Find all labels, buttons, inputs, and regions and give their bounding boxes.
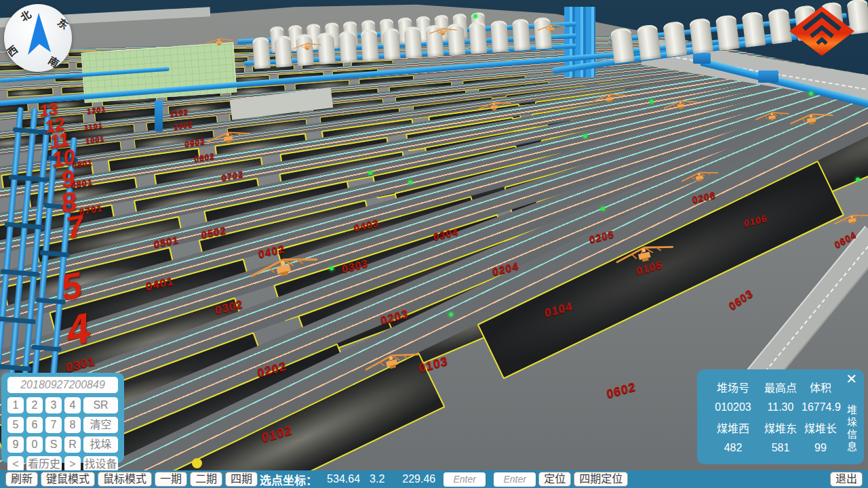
- silo-cylinder: [361, 29, 379, 62]
- info-header-3: 煤堆西: [707, 420, 760, 436]
- info-header-0: 堆场号: [707, 379, 760, 395]
- key-s[interactable]: S: [45, 436, 62, 453]
- coord-enter-input-1[interactable]: [443, 472, 486, 487]
- silo-cylinder: [490, 20, 509, 53]
- keypad-grid: 1234SR5678清空90SR找垛<看历史>找设备: [7, 397, 118, 472]
- status-dot-green: [601, 207, 605, 211]
- phase4-button[interactable]: 四期: [225, 472, 258, 487]
- status-dot-green: [583, 134, 587, 138]
- find-stack-button[interactable]: 找垛: [83, 436, 118, 453]
- status-dot-green: [856, 178, 860, 182]
- silo-cylinder: [512, 19, 530, 52]
- exit-button[interactable]: 退出: [830, 472, 863, 487]
- coord-y-value: 3.2: [370, 473, 384, 485]
- info-value-3: 482: [707, 442, 760, 454]
- info-value-1: 11.30: [760, 401, 802, 413]
- silo-cylinder: [689, 18, 713, 54]
- selected-point-coord-label: 选点坐标：: [260, 471, 317, 488]
- silo-cylinder: [274, 35, 292, 68]
- silo-cylinder: [382, 28, 401, 60]
- key-3[interactable]: 3: [45, 397, 62, 413]
- bottom-toolbar: 刷新键鼠模式鼠标模式一期二期四期 选点坐标： 534.64 3.2 229.46…: [0, 470, 868, 488]
- phase4-locate-button[interactable]: 四期定位: [574, 472, 628, 487]
- coord-x-value: 534.64: [327, 473, 360, 485]
- silo-cylinder: [610, 27, 635, 63]
- compass[interactable]: 北 东 西 南: [4, 4, 72, 72]
- key-1[interactable]: 1: [7, 397, 24, 413]
- coord-z-value: 229.46: [402, 473, 435, 485]
- silo-cylinder: [469, 22, 487, 54]
- stack-info-panel: ✕ 堆场号最高点体积01020311.3016774.9煤堆西煤堆东煤堆长482…: [697, 369, 864, 464]
- stack-info-side-label: 堆垛信息: [844, 405, 859, 453]
- silo-cylinder: [715, 14, 740, 50]
- key-8[interactable]: 8: [64, 417, 81, 433]
- key-6[interactable]: 6: [26, 417, 43, 433]
- info-header-5: 煤堆长: [802, 420, 840, 436]
- compass-arrow-icon: [18, 12, 59, 66]
- key-9[interactable]: 9: [7, 436, 24, 453]
- status-dot-green: [408, 180, 412, 184]
- silo-cylinder: [339, 30, 357, 63]
- locate-button[interactable]: 定位: [538, 472, 571, 487]
- company-logo: [788, 5, 856, 57]
- key-5[interactable]: 5: [7, 417, 24, 433]
- conveyor-station: [155, 100, 163, 131]
- coal-yard-monitoring-app: 1201110211011002100109020901080208010702…: [0, 0, 868, 488]
- silo-cylinder: [663, 21, 687, 57]
- keymouse-mode-button[interactable]: 键鼠模式: [41, 472, 95, 487]
- info-value-5: 99: [802, 442, 840, 454]
- silo-cylinder: [742, 12, 766, 47]
- clear-button[interactable]: 清空: [83, 417, 118, 433]
- info-header-4: 煤堆东: [760, 420, 802, 436]
- conveyor-station: [693, 53, 711, 64]
- stack-info-grid: 堆场号最高点体积01020311.3016774.9煤堆西煤堆东煤堆长48258…: [707, 379, 840, 454]
- silo-cylinder: [637, 24, 661, 60]
- silo-cylinder: [252, 37, 271, 69]
- status-dot-green: [809, 92, 813, 96]
- key-7[interactable]: 7: [45, 417, 62, 433]
- close-icon[interactable]: ✕: [846, 372, 857, 386]
- info-value-2: 16774.9: [802, 401, 840, 413]
- key-2[interactable]: 2: [26, 397, 43, 413]
- phase1-button[interactable]: 一期: [155, 472, 187, 487]
- keypad-display-input[interactable]: [7, 377, 118, 393]
- status-dot-green: [449, 312, 453, 317]
- info-header-2: 体积: [802, 379, 840, 395]
- toolbar-mid-group: 定位四期定位: [536, 472, 628, 487]
- key-r[interactable]: R: [64, 436, 81, 453]
- info-header-1: 最高点: [760, 379, 802, 395]
- status-dot-green: [473, 14, 477, 18]
- key-0[interactable]: 0: [26, 436, 43, 453]
- status-dot-green: [368, 171, 372, 175]
- conveyor-station: [758, 70, 778, 83]
- status-dot-green: [330, 266, 334, 270]
- key-sr[interactable]: SR: [83, 397, 118, 413]
- key-4[interactable]: 4: [64, 397, 81, 413]
- mouse-mode-button[interactable]: 鼠标模式: [98, 472, 152, 487]
- yellow-marker: [192, 458, 202, 468]
- refresh-button[interactable]: 刷新: [5, 472, 38, 487]
- phase2-button[interactable]: 二期: [190, 472, 222, 487]
- info-value-4: 581: [760, 442, 802, 454]
- stack-search-keypad-panel: 1234SR5678清空90SR找垛<看历史>找设备: [1, 373, 124, 463]
- info-value-0: 010203: [707, 401, 760, 413]
- coord-enter-input-2[interactable]: [494, 472, 536, 487]
- status-dot-green: [650, 100, 654, 104]
- silo-cylinder: [403, 26, 422, 59]
- toolbar-left-group: 刷新键鼠模式鼠标模式一期二期四期: [3, 472, 258, 487]
